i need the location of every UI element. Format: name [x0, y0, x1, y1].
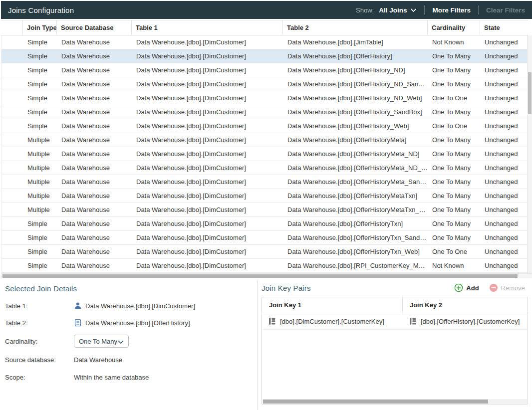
- column-header-table-2[interactable]: Table 2: [283, 20, 428, 35]
- table-row[interactable]: Simple Data Warehouse Data Warehouse.[db…: [1, 77, 528, 91]
- cell-table-2: Data Warehouse.[dbo].[OfferHistoryMeta_N…: [283, 161, 428, 175]
- row-select-cell: [1, 147, 23, 161]
- cell-join-type: Simple: [23, 77, 57, 91]
- table-row[interactable]: Multiple Data Warehouse Data Warehouse.[…: [1, 161, 528, 175]
- column-header-table-1[interactable]: Table 1: [132, 20, 283, 35]
- cardinality-dropdown[interactable]: One To Many: [74, 335, 129, 348]
- horizontal-scrollbar[interactable]: [1, 273, 532, 278]
- cell-state: Unchanged: [481, 189, 528, 203]
- cell-state: Unchanged: [481, 259, 528, 272]
- cell-join-type: Simple: [23, 49, 57, 63]
- cell-join-type: Simple: [23, 63, 57, 77]
- clear-filters-button[interactable]: Clear Filters: [486, 6, 525, 14]
- cell-join-type: Simple: [23, 245, 57, 258]
- table-row[interactable]: Multiple Data Warehouse Data Warehouse.[…: [1, 175, 528, 189]
- table-row[interactable]: Simple Data Warehouse Data Warehouse.[db…: [1, 245, 528, 259]
- show-filter-dropdown[interactable]: All Joins: [379, 6, 417, 14]
- column-header-join-key-1: Join Key 1: [262, 297, 403, 313]
- cell-table-1: Data Warehouse.[dbo].[DimCustomer]: [132, 133, 283, 147]
- cell-table-2: Data Warehouse.[dbo].[JimTable]: [283, 35, 428, 49]
- remove-key-pair-button[interactable]: Remove: [489, 283, 525, 292]
- column-header-state[interactable]: State: [480, 20, 528, 35]
- cell-cardinality: One To One: [428, 245, 481, 258]
- table-row[interactable]: Simple Data Warehouse Data Warehouse.[db…: [1, 63, 528, 77]
- cell-join-type: Multiple: [23, 133, 57, 147]
- person-icon: [74, 302, 82, 310]
- table-row[interactable]: Simple Data Warehouse Data Warehouse.[db…: [1, 105, 528, 119]
- cell-join-type: Simple: [23, 259, 57, 272]
- toolbar-divider: [478, 5, 479, 14]
- column-header-join-type[interactable]: Join Type: [23, 20, 57, 35]
- cell-cardinality: One To One: [428, 119, 481, 133]
- row-select-cell: [1, 259, 23, 272]
- cell-state: Unchanged: [481, 77, 528, 91]
- cell-state: Unchanged: [481, 49, 528, 63]
- plus-circle-icon: [454, 283, 463, 292]
- cell-table-2: Data Warehouse.[dbo].[OfferHistoryTxn_We…: [283, 245, 428, 258]
- cell-state: Unchanged: [481, 91, 528, 105]
- cell-table-1: Data Warehouse.[dbo].[DimCustomer]: [132, 175, 283, 189]
- table-row[interactable]: Simple Data Warehouse Data Warehouse.[db…: [1, 49, 528, 63]
- cell-table-1: Data Warehouse.[dbo].[DimCustomer]: [132, 105, 283, 119]
- column-header-selector: [1, 20, 23, 35]
- toolbar-divider: [424, 5, 425, 14]
- cell-table-2: Data Warehouse.[dbo].[RPI_CustomerKey_ML…: [283, 259, 428, 272]
- table1-field: Table 1: Data Warehouse.[dbo].[DimCustom…: [5, 301, 252, 311]
- row-select-cell: [1, 105, 23, 119]
- show-filter-label: Show:: [356, 6, 374, 14]
- source-database-value: Data Warehouse: [74, 356, 122, 364]
- source-database-field: Source database: Data Warehouse: [5, 355, 252, 365]
- row-select-cell: [1, 77, 23, 91]
- vertical-scrollbar-thumb[interactable]: [528, 72, 532, 114]
- cell-table-2: Data Warehouse.[dbo].[OfferHistory_SandB…: [283, 105, 428, 119]
- cell-join-type: Multiple: [23, 203, 57, 216]
- row-select-cell: [1, 245, 23, 258]
- table-row[interactable]: Simple Data Warehouse Data Warehouse.[db…: [1, 259, 528, 273]
- table-row[interactable]: Multiple Data Warehouse Data Warehouse.[…: [1, 147, 528, 161]
- table-row[interactable]: Simple Data Warehouse Data Warehouse.[db…: [1, 217, 528, 231]
- cell-state: Unchanged: [481, 147, 528, 161]
- cell-join-type: Simple: [23, 91, 57, 105]
- table-row[interactable]: Multiple Data Warehouse Data Warehouse.[…: [1, 203, 528, 217]
- row-select-cell: [1, 119, 23, 133]
- join-key-2-value: [dbo].[OfferHistory].[CustomerKey]: [421, 318, 520, 325]
- cell-source-database: Data Warehouse: [57, 77, 132, 91]
- cell-join-type: Simple: [23, 119, 57, 133]
- key-pair-row[interactable]: [dbo].[DimCustomer].[CustomerKey] [dbo].…: [262, 313, 528, 330]
- document-icon: [74, 319, 82, 327]
- selected-join-details-title: Selected Join Details: [5, 284, 252, 293]
- table-row[interactable]: Simple Data Warehouse Data Warehouse.[db…: [1, 91, 528, 105]
- table-row[interactable]: Multiple Data Warehouse Data Warehouse.[…: [1, 189, 528, 203]
- cell-table-2: Data Warehouse.[dbo].[OfferHistoryMeta]: [283, 133, 428, 147]
- table-row[interactable]: Simple Data Warehouse Data Warehouse.[db…: [1, 35, 528, 49]
- table-row[interactable]: Simple Data Warehouse Data Warehouse.[db…: [1, 231, 528, 245]
- cell-state: Unchanged: [481, 133, 528, 147]
- column-header-source-database[interactable]: Source Database: [57, 20, 132, 35]
- table2-value: Data Warehouse.[dbo].[OfferHistory]: [85, 319, 190, 327]
- cell-cardinality: One To Many: [428, 231, 481, 244]
- key-pairs-horizontal-scrollbar-thumb[interactable]: [263, 400, 488, 404]
- cell-source-database: Data Warehouse: [57, 119, 132, 133]
- cell-state: Unchanged: [481, 119, 528, 133]
- cell-cardinality: One To Many: [428, 217, 481, 230]
- vertical-scrollbar[interactable]: [527, 35, 532, 273]
- cell-cardinality: One To Many: [428, 105, 481, 119]
- key-column-icon: [409, 317, 417, 325]
- column-header-join-key-2: Join Key 2: [403, 297, 528, 313]
- key-pairs-horizontal-scrollbar[interactable]: [263, 399, 527, 404]
- row-select-cell: [1, 91, 23, 105]
- table2-field: Table 2: Data Warehouse.[dbo].[OfferHist…: [5, 318, 252, 328]
- more-filters-button[interactable]: More Filters: [432, 6, 471, 14]
- table-row[interactable]: Simple Data Warehouse Data Warehouse.[db…: [1, 119, 528, 133]
- cell-table-1: Data Warehouse.[dbo].[DimCustomer]: [132, 203, 283, 216]
- add-key-pair-button[interactable]: Add: [454, 283, 479, 292]
- cell-state: Unchanged: [481, 105, 528, 119]
- table1-value: Data Warehouse.[dbo].[DimCustomer]: [85, 302, 195, 310]
- cell-state: Unchanged: [481, 231, 528, 244]
- horizontal-scrollbar-thumb[interactable]: [2, 274, 518, 278]
- cell-source-database: Data Warehouse: [57, 245, 132, 258]
- row-select-cell: [1, 175, 23, 189]
- column-header-cardinality[interactable]: Cardinality: [428, 20, 480, 35]
- table-row[interactable]: Multiple Data Warehouse Data Warehouse.[…: [1, 133, 528, 147]
- joins-table: Join Type Source Database Table 1 Table …: [0, 20, 532, 273]
